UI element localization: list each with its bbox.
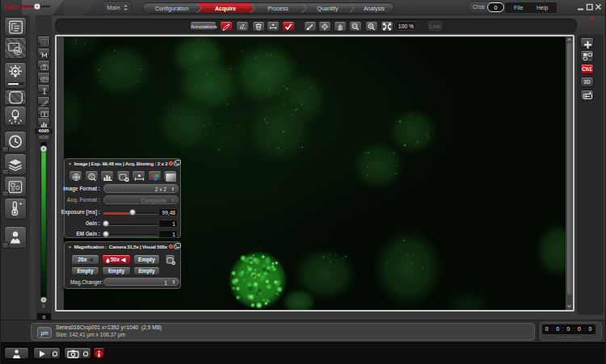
svg-text:Analysis: Analysis [364,6,385,12]
svg-text:Quantify: Quantify [317,6,339,12]
svg-text:Configuration: Configuration [155,6,189,12]
svg-text:Acquire: Acquire [215,6,236,12]
svg-text:Process: Process [267,6,288,11]
